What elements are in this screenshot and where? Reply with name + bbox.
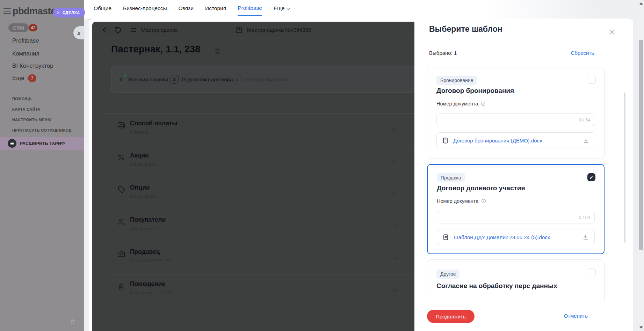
document-number-input[interactable]	[441, 211, 551, 223]
sidebar-item-kompaniya[interactable]: Компания	[12, 50, 39, 57]
crown-icon	[8, 139, 16, 148]
deal-tabs-bar: Общие Бизнес-процессы Связи История Prof…	[84, 0, 638, 19]
template-category-badge: Бронирование	[436, 76, 477, 85]
section-title: Продавец	[130, 248, 160, 256]
file-link[interactable]: Договор бронирования (ДЕМО).docx	[453, 138, 542, 144]
tab-istoriya[interactable]: История	[205, 0, 226, 16]
reset-link[interactable]: Сбросить	[571, 50, 594, 56]
step-2-label: Подготовка договора	[182, 76, 233, 82]
minimize-slider-button[interactable]	[73, 26, 84, 39]
section-value: ООО БИЗЕРРА.РУ	[130, 258, 171, 263]
download-icon[interactable]	[583, 137, 589, 144]
template-category-badge: Продажа	[437, 173, 465, 182]
document-icon	[442, 234, 449, 241]
chevron-down-icon[interactable]	[392, 287, 397, 292]
sidebar-item-profitbase[interactable]: Profitbase	[12, 37, 39, 44]
section-value: Ипотека	[130, 130, 148, 135]
step-3-circle: 3	[233, 75, 242, 84]
scrollbar-thumb[interactable]	[639, 40, 643, 250]
tab-obschie[interactable]: Общие	[94, 0, 111, 16]
step-3-label: Договор подписан	[244, 76, 288, 82]
window-scrollbar[interactable]	[638, 0, 644, 331]
modal-footer: Продолжить Отменить	[414, 301, 633, 331]
char-counter: 0 / 64	[579, 215, 590, 220]
trash-icon[interactable]	[70, 319, 75, 325]
sidebar-more-label: Ещё	[12, 75, 24, 81]
template-file-row[interactable]: Шаблон ДДУ ДомКлик 23.05.24 (5).docx	[437, 229, 595, 245]
template-card-other[interactable]: Другое ✓ Согласие на обработку перс данн…	[427, 259, 605, 301]
template-card-booking[interactable]: Бронирование ✓ Договор бронирования Номе…	[427, 67, 605, 159]
close-icon[interactable]: ×	[57, 10, 60, 15]
sidebar-item-more[interactable]: Ещё	[12, 75, 29, 82]
template-checkbox[interactable]: ✓	[587, 173, 595, 181]
section-premises[interactable]: Помещение Пастернак, 1.1, 238	[106, 274, 414, 306]
menu-icon[interactable]	[3, 8, 11, 14]
deal-slider-badge[interactable]: × СДЕЛКА	[53, 8, 85, 17]
briefcase-icon	[117, 249, 126, 258]
app-root: Общие Бизнес-процессы Связи История Prof…	[0, 0, 644, 331]
step-divider	[158, 79, 167, 79]
chevron-down-icon[interactable]	[392, 191, 397, 195]
percent-icon	[117, 153, 126, 162]
tab-more[interactable]: Еще	[274, 0, 290, 16]
info-icon[interactable]	[480, 101, 486, 106]
scroll-up-arrow-icon[interactable]	[639, 2, 643, 5]
deal-stepper: 1 ✓ Условия покупки 2 Подготовка договор…	[111, 65, 414, 93]
payment-icon	[117, 121, 126, 130]
template-checkbox[interactable]: ✓	[588, 268, 596, 276]
upgrade-tariff-label: РАСШИРИТЬ ТАРИФ	[20, 141, 65, 146]
section-buyers[interactable]: Покупатели Добавлено: 1	[106, 210, 414, 242]
section-promotions[interactable]: Акции Не выбрано	[106, 146, 414, 178]
reload-icon[interactable]	[114, 26, 122, 34]
chevron-down-icon[interactable]	[392, 126, 397, 131]
section-value: Пастернак, 1.1, 238	[130, 290, 173, 295]
tab-profitbase[interactable]: Profitbase	[238, 0, 262, 16]
deal-reference[interactable]: Мастер-сделка №4364380	[247, 27, 311, 33]
file-link[interactable]: Шаблон ДДУ ДомКлик 23.05.24 (5).docx	[454, 234, 550, 240]
chevron-down-icon[interactable]	[392, 255, 397, 259]
sidebar-upgrade-tariff[interactable]: РАСШИРИТЬ ТАРИФ	[0, 137, 84, 150]
template-title: Договор бронирования	[436, 87, 514, 95]
sidebar-item-crm[interactable]: CRM	[8, 23, 29, 32]
app-toolbar: Мастер сделок Мастер-сделка №4364380	[92, 22, 414, 38]
tab-biznes-processy[interactable]: Бизнес-процессы	[123, 0, 167, 16]
cancel-link[interactable]: Отменить	[564, 313, 588, 319]
sidebar-item-bi-konstruktor[interactable]: BI Конструктор	[12, 62, 53, 69]
section-options[interactable]: Опции Не выбрано	[106, 178, 414, 210]
template-file-row[interactable]: Договор бронирования (ДЕМО).docx	[436, 132, 595, 148]
section-payment-method[interactable]: Способ оплаты Ипотека	[106, 113, 414, 146]
chevron-down-icon[interactable]	[222, 28, 225, 31]
chevron-down-icon[interactable]	[392, 223, 397, 227]
template-title: Договор долевого участия	[437, 184, 525, 192]
section-seller[interactable]: Продавец ООО БИЗЕРРА.РУ	[106, 242, 414, 274]
sidebar-link-help[interactable]: ПОМОЩЬ	[12, 97, 32, 101]
template-card-sale[interactable]: Продажа ✓ Договор долевого участия Номер…	[427, 164, 605, 254]
section-title: Способ оплаты	[130, 120, 177, 127]
app-logo[interactable]: pbdmaster	[13, 6, 59, 17]
char-counter: 0 / 64	[579, 117, 591, 123]
scroll-down-arrow-icon[interactable]	[639, 326, 643, 329]
trash-icon[interactable]	[214, 48, 221, 55]
template-checkbox[interactable]: ✓	[588, 76, 596, 84]
sidebar: pbdmaster × СДЕЛКА CRM 42 Profitbase Ком…	[0, 0, 84, 331]
modal-scrollbar[interactable]	[624, 93, 625, 243]
continue-button[interactable]: Продолжить	[427, 310, 475, 323]
sidebar-link-configure-menu[interactable]: НАСТРОИТЬ МЕНЮ	[12, 118, 52, 122]
info-icon[interactable]	[481, 198, 486, 204]
chevron-down-icon[interactable]	[392, 159, 397, 163]
buyers-icon	[117, 217, 126, 226]
tab-svyazi[interactable]: Связи	[179, 0, 194, 16]
workspace-select[interactable]: Мастер сделок	[141, 27, 178, 33]
crm-label: CRM	[13, 25, 24, 31]
back-icon[interactable]	[101, 26, 109, 34]
step-1-label: Условия покупки	[128, 76, 168, 82]
download-icon[interactable]	[582, 234, 589, 241]
sidebar-link-sitemap[interactable]: КАРТА САЙТА	[12, 107, 41, 111]
template-title: Согласие на обработку перс данных	[436, 282, 557, 290]
sidebar-link-invite-employees[interactable]: ПРИГЛАСИТЬ СОТРУДНИКОВ	[12, 128, 72, 132]
document-number-input[interactable]	[440, 114, 551, 126]
menu-icon[interactable]	[130, 27, 137, 33]
section-value: Добавлено: 1	[130, 226, 159, 231]
step-2-circle: 2	[170, 75, 179, 84]
document-number-field: 0 / 64	[437, 211, 595, 223]
